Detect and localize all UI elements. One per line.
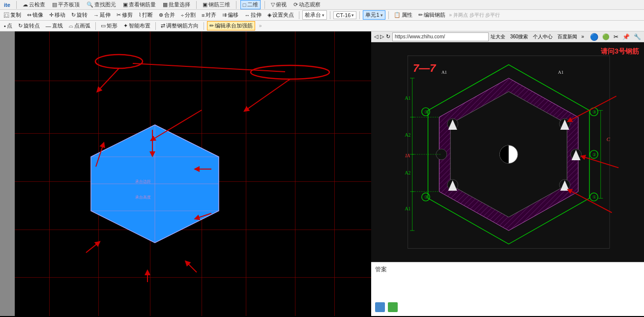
svg-point-15 [95, 55, 143, 68]
align2-icon: ≡ [202, 12, 205, 18]
sep8 [388, 11, 389, 19]
btn-align[interactable]: ≡ 对齐 [200, 11, 218, 19]
rotate2-icon: ↻ [71, 12, 76, 18]
toolbar-pingqibanding[interactable]: ▤ 平齐板顶 [50, 0, 82, 9]
dropdown-danyuan1[interactable]: 单元1 ▾ [363, 10, 385, 20]
edit-icon: ✏ [418, 12, 423, 18]
btn-split[interactable]: ÷ 分割 [179, 11, 198, 19]
reload-icon[interactable]: ↻ [386, 33, 390, 40]
toolbar-chakangangjinliang[interactable]: ▣ 查看钢筋量 [121, 0, 158, 9]
svg-text:A1: A1 [441, 70, 447, 75]
answer-btn2[interactable] [388, 302, 398, 312]
vline1 [49, 31, 50, 316]
extra-label1: » 并两点 步平行 步平行 [449, 12, 500, 19]
hex-shape-container: 承台边距 承台高度 [81, 120, 229, 248]
btn-offset[interactable]: ⇉ 偏移 [220, 11, 240, 19]
btn-arc[interactable]: ⌓ 点画弧 [67, 22, 92, 30]
sep7 [359, 11, 360, 19]
toolbar-2d[interactable]: □ 二维 [240, 0, 261, 9]
btn-break[interactable]: ⌇ 打断 [137, 11, 155, 19]
sep5 [299, 11, 299, 19]
toolbar-yunjiancha[interactable]: ☁ 云检查 [21, 0, 47, 9]
align-icon: ▤ [52, 1, 57, 8]
svg-text:A2: A2 [405, 170, 410, 175]
sep10 [155, 22, 156, 30]
rect-icon: ▭ [101, 23, 106, 29]
svg-text:A1: A1 [405, 206, 410, 211]
toolbar-fushi[interactable]: ▽ 俯视 [269, 0, 289, 9]
btn-smartplace[interactable]: ✦ 智能布置 [121, 22, 152, 30]
back-icon[interactable]: ◁ [374, 33, 378, 40]
merge-icon: ⊕ [159, 12, 163, 18]
sep4 [264, 1, 265, 9]
answer-btn1[interactable] [375, 302, 385, 312]
btn-stretch[interactable]: ↔ 拉伸 [242, 11, 263, 19]
svg-line-19 [246, 79, 290, 110]
btn-copy[interactable]: ⿴ 复制 [2, 11, 23, 19]
side-panel [0, 31, 15, 316]
bookmark-360sousuo[interactable]: 360搜索 [510, 33, 528, 40]
dir-icon: ⇄ [161, 23, 165, 29]
btn-merge[interactable]: ⊕ 合并 [157, 11, 177, 19]
dropdown-zhuchentai[interactable]: 桩承台 ▾ [302, 10, 327, 20]
bookmark-gerenzongxin[interactable]: 个人中心 [533, 33, 553, 40]
more-bookmarks-icon[interactable]: » [581, 34, 584, 39]
left-cad-canvas[interactable]: 承台边距 承台高度 [0, 31, 371, 316]
btn-editsteel[interactable]: ✏ 编辑钢筋 [416, 11, 447, 19]
forward-icon[interactable]: ▷ [380, 33, 384, 40]
browser-icon5[interactable]: 🔧 [634, 33, 641, 40]
sep3 [236, 1, 236, 9]
line-icon: — [46, 23, 51, 29]
browser-icon2[interactable]: 🟢 [602, 33, 610, 40]
svg-text:①: ① [592, 195, 596, 200]
vline5 [246, 31, 246, 316]
toolbar-gangjinosanwei[interactable]: ▣ 钢筋三维 [201, 0, 232, 9]
btn-mirror[interactable]: ⇔ 镜像 [25, 11, 45, 19]
bookmark-zhidaquan[interactable]: 址大全 [491, 33, 505, 40]
toolbar-chazhaotuyuan[interactable]: 🔍 查找图元 [85, 0, 118, 9]
right-cad-view[interactable]: 请问3号钢筋 7—7 [371, 42, 644, 262]
browser-icon4[interactable]: 📌 [622, 33, 630, 40]
move-icon: ✛ [49, 12, 54, 18]
chart-icon: ▣ [123, 1, 128, 8]
browser-icon3[interactable]: ✂ [614, 33, 618, 40]
svg-line-72 [569, 190, 612, 213]
copy-icon: ⿴ [4, 12, 9, 18]
app-logo: ite [2, 1, 12, 8]
trim-icon: ✂ [117, 12, 121, 18]
btn-extend[interactable]: → 延伸 [91, 11, 113, 19]
btn-shuxing[interactable]: 📋 属性 [392, 11, 414, 19]
browser-bar: ◁ ▷ ↻ https://www.zhihu.com/ 址大全 360搜索 个… [371, 31, 644, 42]
btn-move[interactable]: ✛ 移动 [47, 11, 67, 19]
btn-point[interactable]: • 点 [2, 22, 14, 30]
3d-icon: ▣ [203, 1, 207, 8]
properties-icon: 📋 [394, 12, 401, 18]
btn-trim[interactable]: ✂ 修剪 [115, 11, 135, 19]
browser-icon1[interactable]: 🔵 [590, 33, 598, 41]
svg-line-14 [187, 262, 197, 272]
offset-icon: ⇉ [222, 12, 227, 18]
toolbar-row1: ⿴ 复制 ⇔ 镜像 ✛ 移动 ↻ 旋转 → 延伸 ✂ 修剪 ⌇ 打断 ⊕ 合并 … [0, 10, 644, 21]
btn-rotatepoint[interactable]: ↻ 旋转点 [16, 22, 42, 30]
bookmark-baidunews[interactable]: 百度新闻 [557, 33, 577, 40]
hline1 [0, 81, 371, 81]
dropdown-ct16[interactable]: CT-16 ▾ [333, 11, 356, 19]
btn-rect[interactable]: ▭ 矩形 [99, 22, 119, 30]
smart-icon: ✦ [123, 23, 128, 29]
btn-rotate[interactable]: ↻ 旋转 [69, 11, 89, 19]
svg-text:③: ③ [592, 110, 596, 115]
toolbar-pilianxuanze[interactable]: ▦ 批量选择 [161, 0, 192, 9]
vline6 [295, 31, 295, 316]
btn-editchentaijiaqiangjin[interactable]: ✏ 编辑承台加强筋 [207, 21, 255, 30]
toolbar-dongtaiguancha[interactable]: ⟳ 动态观察 [292, 0, 322, 9]
address-bar[interactable]: https://www.zhihu.com/ [392, 32, 489, 41]
sep11 [204, 22, 204, 30]
btn-setclamp[interactable]: ◈ 设置夹点 [265, 11, 296, 19]
svg-line-17 [133, 63, 285, 72]
svg-text:承台高度: 承台高度 [135, 195, 151, 200]
extra-label2: » [259, 23, 262, 29]
svg-text:A1: A1 [558, 70, 563, 75]
sep2 [196, 1, 197, 9]
btn-adjustdir[interactable]: ⇄ 调整钢筋方向 [159, 22, 201, 30]
btn-line[interactable]: — 直线 [44, 22, 65, 30]
